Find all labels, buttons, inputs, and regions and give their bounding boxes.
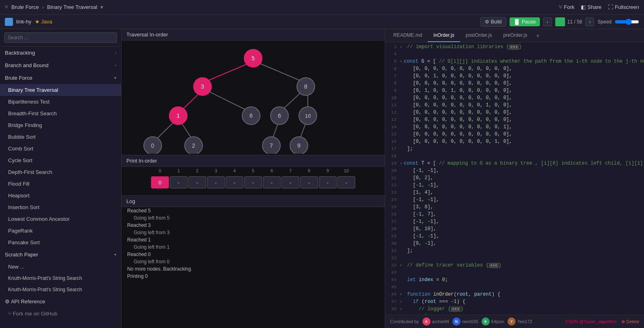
sidebar-item-new[interactable]: New ... [0,261,121,273]
arr-cell-10: - [337,176,355,188]
tree-svg: 5 3 8 1 6 6 10 [122,40,385,154]
code-line: 7 [0, 0, 1, 0, 0, 0, 0, 0, 0, 0, 0], [385,73,644,80]
sidebar-group-scratch-paper[interactable]: Scratch Paper ▾ [0,248,121,261]
build-button[interactable]: ⚙ Build [480,17,506,27]
arr-idx-10: 10 [337,168,355,173]
log-panel-header: Log [122,196,385,207]
arr-idx-8: 8 [300,168,318,173]
pause-icon: ▐▌ [514,19,520,25]
arr-cell-6: - [263,176,281,188]
code-line: 4 [385,51,644,59]
step-count: 11 / 58 [567,19,582,25]
sidebar-item-lowest-common-ancestor[interactable]: Lowest Common Ancestor [0,213,121,225]
code-line: 1 › // import visualization libraries {▪… [385,44,644,51]
log-line: Reached 0 [122,251,385,258]
tree-title: Traversal In-order [126,32,168,38]
avatar: Y [508,317,516,326]
code-line: 18 [385,153,644,161]
sidebar-item-pagerank[interactable]: PageRank [0,225,121,237]
logo [5,18,13,26]
code-line: 9 [0, 1, 0, 0, 1, 0, 0, 0, 0, 0, 0], [385,88,644,95]
code-line: 10 [0, 0, 0, 0, 0, 0, 0, 0, 0, 0, 0], [385,95,644,102]
contributed-by-label: Contributed by [390,319,419,324]
avatar: A [422,317,431,326]
svg-text:6: 6 [278,112,281,119]
code-panel: README.md inOrder.js postOrder.js preOrd… [385,29,644,328]
sidebar-item-cycle-sort[interactable]: Cycle Sort [0,154,121,166]
sidebar-item-pancake-sort[interactable]: Pancake Sort [0,237,121,248]
code-line: 25 [3, 8], [385,204,644,212]
array-title: Print In-order [126,158,157,164]
share-button[interactable]: ◧ Share [581,4,601,10]
star-icon: ★ [35,19,40,25]
arr-cell-5: - [244,176,262,188]
tab-readme[interactable]: README.md [388,29,428,42]
sidebar-item-bubble-sort[interactable]: Bubble Sort [0,131,121,143]
sidebar-group-label: Brute Force [5,75,32,81]
log-line: Going left from 5 [122,214,385,222]
contributor-archie94: A archie94 [422,317,449,326]
svg-line-3 [205,90,251,112]
sidebar-group-label: Backtracking [5,50,35,56]
code-line: 45 [385,284,644,292]
sidebar-item-breadth-first-search[interactable]: Breadth-First Search [0,108,121,119]
delete-button[interactable]: ⊗ Delete [621,319,639,324]
sidebar-item-heapsort[interactable]: Heapsort [0,190,121,201]
code-line: 21 [0, 2], [385,175,644,182]
code-line: 43 [385,270,644,277]
contributor-name: Yee172 [517,319,532,324]
breadcrumb: ⑂ Brute Force › Binary Tree Traversal ▾ [5,4,103,10]
fork-button[interactable]: ⑂ Fork [559,4,574,10]
arr-idx-4: 4 [226,168,243,173]
code-line: 46 › function inOrder(root, parent) { [385,292,644,299]
tab-preorder[interactable]: preOrder.js [497,29,533,42]
sidebar-item-bridge-finding[interactable]: Bridge Finding [0,119,121,131]
speed-slider[interactable] [615,19,639,25]
prev-step-button[interactable]: ‹ [543,17,552,26]
svg-text:0: 0 [151,142,154,149]
log-line: Going left from 1 [122,243,385,251]
sidebar-item-knuth-1[interactable]: Knuth-Morris-Pratt's String Search [0,273,121,284]
arr-idx-9: 9 [319,168,337,173]
svg-text:7: 7 [270,142,273,149]
pause-button[interactable]: ▐▌ Pause [510,17,540,26]
sidebar-group-backtracking[interactable]: Backtracking › [0,47,121,59]
svg-text:1: 1 [177,112,180,119]
search-input[interactable] [4,32,117,43]
code-editor[interactable]: 1 › // import visualization libraries {▪… [385,42,644,315]
contributor-name: 64json [491,319,504,324]
code-line: 5 › const G = [ // G[i][j] indicates whe… [385,59,644,66]
sidebar-item-bipartiteness-test[interactable]: Bipartiteness Test [0,96,121,108]
search-box[interactable] [0,29,121,47]
svg-text:6: 6 [249,112,253,119]
fullscreen-button[interactable]: ⛶ Fullscreen [608,4,639,10]
code-line: 24 [-1, -1], [385,197,644,204]
sidebar-item-knuth-2[interactable]: Knuth-Morris-Pratt's String Search [0,284,121,295]
sidebar-item-insertion-sort[interactable]: Insertion Sort [0,201,121,213]
code-line: 48 › // logger {▪▪▪} [385,306,644,313]
sidebar: Backtracking › Branch and Bound › Brute … [0,29,122,328]
code-line: 33 › // define tracer variables {▪▪▪} [385,262,644,270]
sidebar-item-fork[interactable]: ⑂ Fork me on GitHub [0,308,121,320]
dropdown-icon[interactable]: ▾ [100,4,103,10]
contributor-name: archie94 [432,319,449,324]
chevron-down-icon: ▾ [114,76,116,80]
log-panel: Log Reached 5 Going left from 5 Reached … [122,195,385,328]
sidebar-item-depth-first-search[interactable]: Depth-First Search [0,166,121,178]
add-tab-button[interactable]: + [533,29,543,42]
code-line: 29 [-1, -1], [385,233,644,241]
sidebar-group-branch-bound[interactable]: Branch and Bound › [0,59,121,72]
next-step-button[interactable]: › [585,17,594,26]
code-line: 12 [0, 0, 0, 0, 0, 0, 0, 0, 0, 0, 0], [385,110,644,117]
tab-inorder[interactable]: inOrder.js [428,29,460,42]
sidebar-group-label: ⚙ API Reference [5,298,45,305]
sidebar-item-binary-tree-traversal[interactable]: Binary Tree Traversal [0,84,121,96]
sidebar-group-api-reference[interactable]: ⚙ API Reference [0,295,121,308]
sidebar-item-comb-sort[interactable]: Comb Sort [0,143,121,154]
sidebar-group-brute-force[interactable]: Brute Force ▾ [0,72,121,84]
sidebar-item-flood-fill[interactable]: Flood Fill [0,178,121,190]
breadcrumb-part1[interactable]: Brute Force [11,4,39,10]
tab-postorder[interactable]: postOrder.js [460,29,498,42]
chevron-right-icon: › [115,51,116,55]
array-index-row: 0 1 2 3 4 5 6 7 8 9 10 [122,167,385,173]
